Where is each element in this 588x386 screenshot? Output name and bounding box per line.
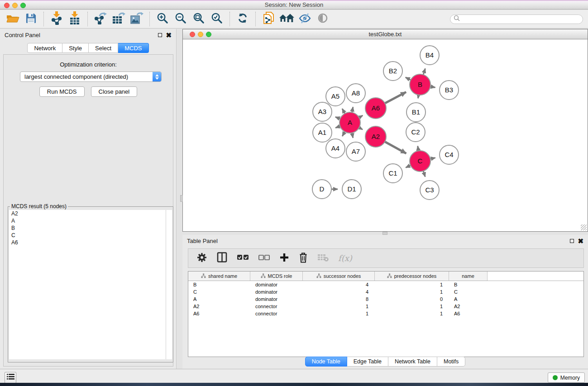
table-cell[interactable]: 1 — [375, 281, 449, 288]
table-cell[interactable]: 4 — [303, 288, 375, 295]
result-item[interactable]: C — [9, 232, 166, 239]
table-row[interactable]: A2connector11A2 — [188, 303, 583, 310]
export-table-button[interactable] — [110, 10, 128, 28]
import-network-button[interactable] — [48, 10, 66, 28]
select-all-rows-button[interactable] — [237, 254, 249, 262]
table-cell[interactable]: connector — [250, 310, 303, 317]
delete-table-button[interactable] — [317, 253, 329, 264]
tab-motifs[interactable]: Motifs — [437, 357, 465, 367]
table-cell[interactable]: 0 — [375, 295, 449, 303]
table-cell[interactable]: A2 — [188, 303, 250, 310]
hide-selected-button[interactable] — [296, 10, 314, 28]
result-scrollbar[interactable] — [166, 210, 172, 359]
table-cell[interactable]: dominator — [250, 281, 303, 288]
table-row[interactable]: Adominator80A — [188, 295, 583, 303]
close-panel-icon[interactable]: ✖ — [166, 33, 172, 38]
optimization-criterion-label: Optimization criterion: — [4, 61, 173, 68]
memory-button[interactable]: Memory — [548, 372, 585, 383]
function-builder-button[interactable]: f(x) — [338, 253, 352, 263]
network-horizontal-scrollbar-thumb[interactable] — [382, 232, 387, 235]
column-header-name[interactable]: name — [449, 272, 488, 281]
open-session-button[interactable] — [4, 10, 22, 28]
network-vertical-scrollbar-thumb[interactable] — [180, 195, 183, 202]
zoom-fit-button[interactable] — [190, 10, 208, 28]
tab-select[interactable]: Select — [89, 43, 118, 53]
network-close-button[interactable] — [190, 32, 195, 37]
add-row-button[interactable] — [279, 253, 289, 264]
show-all-button[interactable] — [314, 10, 332, 28]
close-window-button[interactable] — [4, 3, 10, 8]
minimize-window-button[interactable] — [12, 3, 18, 8]
table-cell[interactable]: B — [188, 281, 250, 288]
zoom-selected-button[interactable] — [208, 10, 226, 28]
table-cell[interactable]: connector — [250, 303, 303, 310]
column-header-predecessor-nodes[interactable]: predecessor nodes — [375, 272, 449, 281]
column-header-shared-name[interactable]: shared name — [188, 272, 250, 281]
table-cell[interactable]: A — [449, 295, 488, 303]
table-cell[interactable]: A6 — [188, 310, 250, 317]
delete-row-button[interactable] — [299, 252, 308, 265]
close-panel-button[interactable]: Close panel — [91, 86, 138, 97]
tab-edge-table[interactable]: Edge Table — [347, 357, 388, 367]
export-image-button[interactable] — [128, 10, 146, 28]
result-item[interactable]: B — [9, 224, 166, 232]
node-label-B3: B3 — [445, 86, 453, 94]
table-cell[interactable]: 4 — [303, 281, 375, 288]
close-panel-icon[interactable]: ✖ — [578, 239, 583, 243]
search-input[interactable] — [462, 15, 583, 23]
delete-table-icon — [317, 253, 329, 264]
table-row[interactable]: Bdominator41B — [188, 281, 583, 288]
table-cell[interactable]: C — [188, 288, 250, 295]
result-item[interactable]: A6 — [9, 239, 166, 246]
result-item[interactable]: A2 — [9, 210, 166, 217]
table-cell[interactable]: 1 — [303, 310, 375, 317]
table-cell[interactable]: 1 — [375, 303, 449, 310]
table-cell[interactable]: A6 — [449, 310, 488, 317]
new-network-from-selection-button[interactable] — [259, 10, 277, 28]
zoom-out-button[interactable] — [172, 10, 190, 28]
save-session-button[interactable] — [22, 10, 40, 28]
run-mcds-button[interactable]: Run MCDS — [39, 86, 85, 97]
tab-node-table[interactable]: Node Table — [305, 357, 347, 367]
node-label-A8: A8 — [352, 89, 360, 97]
table-cell[interactable]: C — [449, 288, 488, 295]
network-graph[interactable]: B4B2BB3A5A8A6A3B1AA1C2A2A4A7C4CC1C3DD1 — [183, 40, 588, 231]
refresh-view-button[interactable] — [234, 10, 252, 28]
float-panel-icon[interactable] — [158, 33, 162, 37]
table-cell[interactable]: 8 — [303, 295, 375, 303]
table-cell[interactable]: A2 — [449, 303, 488, 310]
deselect-all-rows-button[interactable] — [258, 254, 270, 262]
table-cell[interactable]: 1 — [375, 288, 449, 295]
search-field[interactable] — [450, 14, 583, 24]
window-resize-grip[interactable] — [581, 224, 587, 230]
table-settings-button[interactable] — [196, 252, 207, 265]
zoom-window-button[interactable] — [20, 3, 26, 8]
tab-network[interactable]: Network — [27, 43, 62, 53]
tab-mcds[interactable]: MCDS — [118, 43, 148, 53]
table-cell[interactable]: dominator — [250, 288, 303, 295]
table-cell[interactable]: dominator — [250, 295, 303, 303]
float-panel-icon[interactable] — [570, 239, 574, 243]
criterion-select[interactable]: largest connected component (directed) — [20, 71, 162, 82]
tab-style[interactable]: Style — [62, 43, 89, 53]
tab-network-table[interactable]: Network Table — [388, 357, 437, 367]
table-cell[interactable]: A — [188, 295, 250, 303]
export-network-button[interactable] — [91, 10, 110, 28]
network-minimize-button[interactable] — [198, 32, 203, 37]
column-layout-button[interactable] — [217, 252, 227, 264]
zoom-in-button[interactable] — [153, 10, 172, 28]
table-cell[interactable]: 1 — [303, 303, 375, 310]
column-header-successor-nodes[interactable]: successor nodes — [303, 272, 375, 281]
node-label-B1: B1 — [412, 108, 420, 116]
table-cell[interactable]: B — [449, 281, 488, 288]
task-history-button[interactable] — [5, 372, 16, 383]
status-bar: Memory — [0, 369, 588, 382]
column-header-MCDS-role[interactable]: MCDS role — [250, 272, 303, 281]
table-row[interactable]: A6connector11A6 — [188, 310, 583, 317]
houses-button[interactable] — [277, 10, 296, 28]
network-zoom-button[interactable] — [206, 32, 211, 37]
table-cell[interactable]: 1 — [375, 310, 449, 317]
table-row[interactable]: Cdominator41C — [188, 288, 583, 295]
import-table-button[interactable] — [66, 10, 84, 28]
result-item[interactable]: A — [9, 217, 166, 224]
